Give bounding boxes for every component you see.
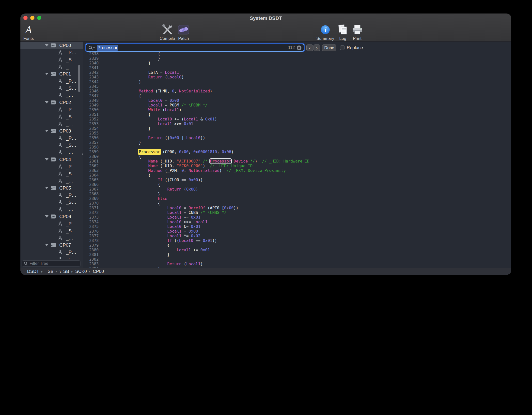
patch-button[interactable]: Patch	[174, 24, 193, 41]
line-number: 2350	[83, 107, 99, 112]
code-line: 2362 Name (_UID, "SCK0-CP00") // _UID: U…	[83, 163, 511, 168]
tree-item-label: _P…	[66, 50, 76, 55]
method-icon	[58, 250, 63, 255]
code-line: 2369 Else	[83, 196, 511, 201]
tree-item[interactable]: _S…	[20, 56, 83, 63]
tree-item[interactable]: _S…	[20, 170, 83, 177]
tree-item-label: _…	[66, 64, 73, 70]
tree-item-label: _S…	[66, 114, 76, 119]
fonts-button[interactable]: A Fonts	[22, 24, 35, 41]
tree-item[interactable]: _P…	[20, 106, 83, 113]
log-pages-icon	[337, 24, 348, 36]
method-icon	[58, 164, 63, 169]
tree-item[interactable]: _S…	[20, 199, 83, 206]
next-match-button[interactable]: ›	[313, 44, 320, 51]
tree-item[interactable]: _P…	[20, 220, 83, 227]
line-number: 2352	[83, 117, 99, 121]
disclosure-triangle-icon[interactable]	[45, 101, 48, 104]
disclosure-triangle-icon[interactable]	[45, 187, 48, 189]
disclosure-triangle-icon[interactable]	[45, 73, 48, 75]
method-icon	[58, 121, 63, 126]
log-button[interactable]: Log	[337, 24, 349, 41]
tree-item[interactable]: _…	[20, 63, 83, 70]
disclosure-triangle-icon[interactable]	[45, 215, 48, 218]
tree-item[interactable]: _…	[20, 234, 83, 241]
tree-item-label: _S…	[66, 143, 76, 148]
tree-item[interactable]: _P…	[20, 192, 83, 199]
disclosure-triangle-icon[interactable]	[45, 158, 48, 161]
clear-search-icon[interactable]: ×	[297, 45, 301, 50]
code-line: 2341	[83, 65, 511, 70]
breadcrumb: DSDT▸_SB▸\_SB▸SCK0▸CP00	[27, 269, 104, 274]
summary-button[interactable]: i Summary	[314, 24, 336, 41]
tree-item[interactable]: _P…	[20, 163, 83, 170]
previous-match-button[interactable]: ‹	[306, 44, 313, 51]
tree-group-cp03[interactable]: CP03	[20, 127, 83, 134]
line-number: 2341	[83, 65, 99, 70]
tree-group-cp00[interactable]: CP00	[20, 42, 83, 49]
line-number: 2339	[83, 56, 99, 61]
line-number: 2353	[83, 121, 99, 126]
tree-item[interactable]: _P…	[20, 249, 83, 256]
chevron-left-icon: ‹	[309, 45, 311, 51]
tree-item[interactable]: _P…	[20, 77, 83, 85]
tree-item[interactable]: _S…	[20, 85, 83, 92]
breadcrumb-item[interactable]: DSDT	[27, 269, 39, 274]
scope-icon	[50, 129, 56, 133]
method-icon	[58, 143, 63, 148]
code-line: 2382	[83, 257, 511, 262]
disclosure-triangle-icon[interactable]	[45, 244, 48, 246]
tree-group-cp07[interactable]: CP07	[20, 241, 83, 249]
method-icon	[58, 171, 63, 176]
tree-item[interactable]: _…	[20, 149, 83, 156]
tree-item[interactable]: _…	[20, 120, 83, 127]
tree-item[interactable]: _…	[20, 92, 83, 99]
line-number: 2366	[83, 182, 99, 187]
find-input[interactable]: Processor 112 ×	[86, 44, 304, 52]
compile-icon	[161, 24, 173, 36]
tree-group-label: CP05	[59, 185, 71, 191]
tree-item[interactable]: _P…	[20, 134, 83, 142]
replace-label: Replace	[347, 45, 363, 50]
breadcrumb-item[interactable]: CP00	[93, 269, 104, 274]
tree-item[interactable]: _S…	[20, 142, 83, 149]
code-lines[interactable]: 2338 {2339 }2340 }23412342 LSTA = Local1…	[83, 51, 511, 268]
tree-group-cp04[interactable]: CP04	[20, 156, 83, 163]
code-line: 2368 }	[83, 192, 511, 196]
replace-checkbox[interactable]	[340, 45, 344, 50]
line-number: 2343	[83, 75, 99, 79]
tree-group-cp01[interactable]: CP01	[20, 70, 83, 77]
breadcrumb-item[interactable]: \_SB	[60, 269, 69, 274]
line-number: 2383	[83, 262, 99, 266]
breadcrumb-item[interactable]: _SB	[45, 269, 54, 274]
done-button[interactable]: Done	[322, 44, 336, 51]
tree-item[interactable]: _…	[20, 206, 83, 213]
tree-group-cp02[interactable]: CP02	[20, 99, 83, 106]
disclosure-triangle-icon[interactable]	[45, 130, 48, 132]
tree-group-cp06[interactable]: CP06	[20, 213, 83, 220]
tree-item[interactable]: _P…	[20, 49, 83, 56]
sidebar-scrollbar[interactable]	[78, 65, 80, 92]
filter-tree-field[interactable]	[22, 260, 81, 267]
search-dropdown-icon[interactable]	[88, 45, 96, 50]
tree-group-cp05[interactable]: CP05	[20, 184, 83, 192]
tree-item[interactable]: _…	[20, 177, 83, 184]
breadcrumb-item[interactable]: SCK0	[75, 269, 87, 274]
tree-item[interactable]: _S…	[20, 113, 83, 120]
code-line: 2370 {	[83, 201, 511, 206]
code-line: 2338 {	[83, 51, 511, 56]
code-line: 2379 {	[83, 243, 511, 248]
code-line: 2383 Return (Local1)	[83, 262, 511, 266]
code-line: 2375 Local0 &= 0x01	[83, 224, 511, 229]
disclosure-triangle-icon[interactable]	[45, 44, 48, 46]
tree-item-label: _…	[66, 150, 73, 155]
print-button[interactable]: Print	[350, 24, 364, 41]
line-number: 2379	[83, 243, 99, 248]
breadcrumb-separator-icon: ▸	[56, 270, 58, 273]
line-number: 2376	[83, 229, 99, 234]
print-label: Print	[353, 36, 361, 41]
line-number: 2370	[83, 201, 99, 206]
tree-item[interactable]: _S…	[20, 227, 83, 234]
code-line: 2365 If ((CLOD == 0x00))	[83, 178, 511, 182]
filter-tree-input[interactable]	[30, 261, 79, 266]
